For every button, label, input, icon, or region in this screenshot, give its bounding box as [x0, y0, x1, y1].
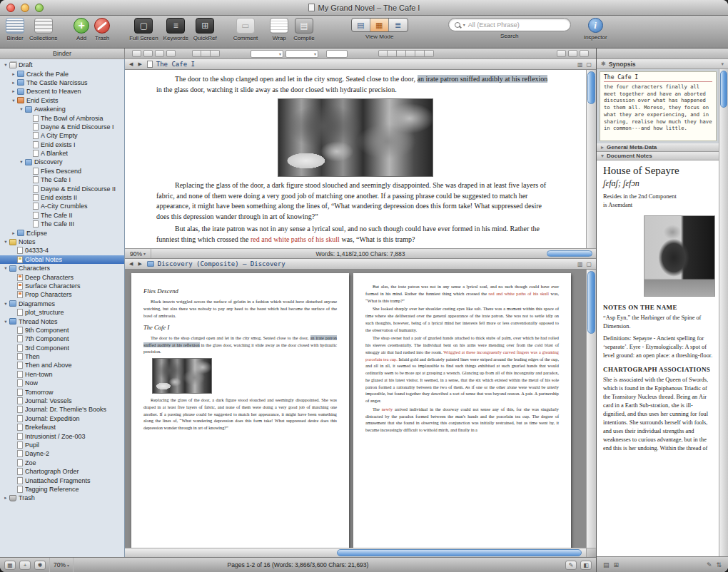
binder-item[interactable]: A-City Crumbles [0, 202, 124, 210]
bottom-editor-horizontal-scrollbar[interactable] [125, 548, 586, 557]
binder-item[interactable]: Then [0, 352, 124, 361]
binder-item[interactable]: ▾Diagrammes [0, 300, 124, 308]
synopsis-header[interactable]: ✱ Synopsis ▾ [597, 59, 728, 69]
binder-item[interactable]: ▾Characters [0, 264, 124, 272]
font-dropdown[interactable]: ▾ [251, 50, 283, 58]
binder-item[interactable]: Journal: Dr. Themlie's Books [0, 405, 124, 414]
binder-item[interactable]: Enid exists I [0, 141, 124, 149]
no-split-icon[interactable]: ▢ [586, 61, 592, 68]
inspector-toggle[interactable]: i Inspector [584, 18, 607, 41]
disclosure-triangle[interactable]: ▾ [2, 62, 9, 68]
underline-button[interactable] [166, 50, 176, 57]
binder-item[interactable]: Dayne-2 [0, 449, 124, 458]
view-mode-segment[interactable]: ≣ [389, 19, 408, 31]
binder-item[interactable]: ▸Trash [0, 494, 124, 502]
binder-item[interactable]: ▸Eclipse [0, 228, 124, 237]
bottom-editor-vertical-scrollbar[interactable] [586, 270, 596, 548]
bottom-editor-content[interactable]: Flies DescendBlack insects wriggled acro… [125, 270, 596, 557]
references-icon[interactable]: ⊞ [614, 561, 620, 568]
split-horizontal-icon[interactable]: ▥ [577, 61, 583, 68]
disclosure-triangle[interactable]: ▾ [18, 159, 25, 165]
binder-item[interactable]: Global Notes [0, 255, 124, 264]
disclosure-triangle[interactable]: ▸ [601, 144, 604, 150]
disclosure-triangle[interactable]: ▾ [601, 153, 604, 159]
binder-item[interactable]: A City Empty [0, 131, 124, 140]
disclosure-triangle[interactable]: ▸ [2, 495, 9, 501]
scrollbar-thumb[interactable] [587, 271, 595, 334]
disclosure-triangle[interactable]: ▾ [2, 319, 9, 325]
binder-item[interactable]: Dayne & Enid Discourse I [0, 123, 124, 131]
corkboard-options-button[interactable]: ▦ [4, 561, 16, 570]
binder-item[interactable]: 9th Component [0, 326, 124, 334]
binder-item[interactable]: 04333-4 [0, 246, 124, 255]
binder-item[interactable]: Zoe [0, 459, 124, 467]
search-scope-caret-icon[interactable]: ▾ [463, 22, 465, 27]
scrollbar-thumb[interactable] [720, 71, 727, 108]
sort-icon[interactable]: ⇅ [716, 561, 722, 568]
search-input[interactable]: ▾ All (Exact Phrase) [448, 18, 571, 31]
top-editor-horizontal-scrollbar[interactable] [547, 250, 592, 257]
size-dropdown[interactable]: ▾ [285, 50, 318, 58]
scrollbar-thumb[interactable] [337, 549, 582, 556]
binder-item[interactable]: plot_structure [0, 308, 124, 317]
scrollbar-thumb[interactable] [587, 71, 595, 104]
binder-item[interactable]: 7th Component [0, 334, 124, 343]
toolbar-keywords-button[interactable]: ≡Keywords [163, 18, 188, 41]
binder-item[interactable]: The Cafe III [0, 220, 124, 228]
binder-item[interactable]: Brekefaust [0, 423, 124, 431]
titlebar[interactable]: My Grand Novel – The Cafe I [0, 0, 728, 16]
binder-item[interactable]: Deep Characters [0, 272, 124, 281]
chevron-down-icon[interactable]: ▾ [721, 61, 724, 67]
binder-item[interactable]: Enid exists II [0, 193, 124, 202]
binder-item[interactable]: Journal: Vessels [0, 397, 124, 405]
binder-item[interactable]: Pupil [0, 441, 124, 449]
binder-item[interactable]: Chartograph Order [0, 467, 124, 476]
list-button[interactable] [580, 50, 589, 57]
bold-button[interactable] [143, 50, 153, 57]
split-horizontal-icon[interactable]: ▥ [577, 261, 583, 267]
general-meta-data-header[interactable]: ▸ General Meta-Data [597, 143, 728, 152]
binder-item[interactable]: Tomorrow [0, 387, 124, 396]
minimize-button[interactable] [21, 4, 29, 12]
bottom-editor-title[interactable]: Discovery (Composite) – Discovery [158, 260, 285, 267]
binder-item[interactable]: Journal: Expedition [0, 414, 124, 423]
toolbar-binder-button[interactable]: Binder [6, 18, 24, 41]
inspector-vertical-scrollbar[interactable] [719, 69, 728, 556]
disclosure-triangle[interactable]: ▾ [10, 98, 17, 103]
close-button[interactable] [6, 4, 15, 12]
toolbar-quickref-button[interactable]: ⊞QuickRef [193, 18, 217, 41]
top-editor-title[interactable]: The Cafe I [156, 61, 195, 68]
disclosure-triangle[interactable]: ▸ [10, 230, 17, 236]
binder-item[interactable]: ▸Crack the Pale [0, 69, 124, 78]
binder-item[interactable]: Dayne & Enid Discourse II [0, 184, 124, 193]
binder-item[interactable]: ▾Enid Exists [0, 96, 124, 105]
zoom-button[interactable] [35, 4, 44, 12]
binder-item[interactable]: Intrusionist / Zoe-003 [0, 431, 124, 440]
binder-item[interactable]: Flies Descend [0, 167, 124, 175]
target-button[interactable]: ◧ [580, 561, 592, 570]
binder-item[interactable]: Tagging Reference [0, 485, 124, 494]
toolbar-fullscreen-button[interactable]: ▢Full Screen [129, 18, 158, 41]
toolbar-wrap-button[interactable]: Wrap [270, 18, 288, 41]
view-mode-segment[interactable]: ▤ [352, 19, 370, 31]
binder-item[interactable]: ▾Draft [0, 61, 124, 69]
binder-item[interactable]: Surface Characters [0, 282, 124, 290]
binder-item[interactable]: Prop Characters [0, 290, 124, 299]
top-editor-content[interactable]: The door to the shop clanged open and le… [125, 70, 596, 248]
synopsis-card[interactable]: The Cafe I the four characters finally a… [600, 71, 717, 141]
top-editor-zoom-control[interactable]: 90% ▾ [128, 249, 151, 258]
forward-icon[interactable]: ▶ [138, 261, 143, 267]
binder-item[interactable]: ▸Descent to Heaven [0, 87, 124, 96]
disclosure-triangle[interactable]: ▸ [10, 88, 17, 94]
binder-item[interactable]: A Blanket [0, 149, 124, 158]
no-split-icon[interactable]: ▢ [586, 261, 592, 267]
binder-item[interactable]: 3rd Component [0, 344, 124, 352]
text-color-button[interactable] [568, 50, 577, 57]
back-icon[interactable]: ◀ [129, 261, 134, 267]
binder-item[interactable]: Then and Above [0, 361, 124, 369]
document-notes-content[interactable]: House of Sepayre ʃɛfɑʃ; ʃɛfɔn Resides in… [597, 160, 728, 556]
binder-item[interactable]: The Cafe II [0, 211, 124, 220]
style-button[interactable] [132, 50, 141, 57]
binder-item[interactable]: Hen-town [0, 370, 124, 379]
alignment-segments[interactable] [378, 50, 434, 57]
